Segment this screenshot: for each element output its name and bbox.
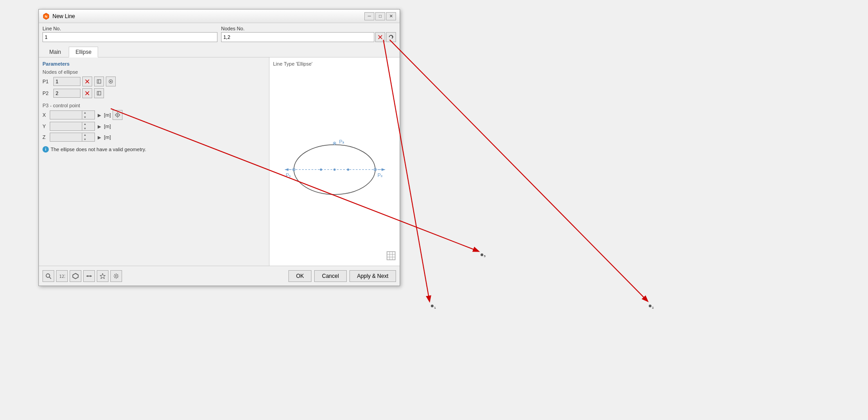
info-message: i The ellipse does not have a valid geom… — [42, 146, 265, 153]
nodes-reset-button[interactable] — [386, 32, 396, 42]
point3-label: ₃ — [484, 253, 486, 258]
tab-ellipse[interactable]: Ellipse — [69, 47, 98, 57]
number-toolbar-button[interactable]: 123 — [56, 270, 68, 282]
close-button[interactable]: ✕ — [386, 12, 396, 20]
y-spin: ▲ ▼ — [82, 122, 88, 131]
nodes-no-group: Nodes No. — [221, 26, 396, 42]
settings-toolbar-button[interactable] — [110, 270, 122, 282]
dialog-icon: N — [42, 13, 50, 20]
svg-point-27 — [334, 168, 336, 171]
y-unit: [m] — [104, 124, 111, 129]
z-input[interactable] — [50, 134, 82, 141]
p1-label: P1 — [42, 79, 52, 84]
line-no-group: Line No. — [42, 26, 217, 42]
z-arrow[interactable]: ▶ — [97, 135, 102, 140]
svg-point-30 — [334, 143, 335, 144]
nodes-no-row — [221, 32, 396, 42]
toolbar-left: 123 — [42, 270, 122, 282]
svg-text:P₁: P₁ — [286, 172, 291, 178]
p1-select-button[interactable] — [106, 76, 116, 86]
svg-point-33 — [293, 169, 295, 170]
svg-rect-12 — [97, 91, 101, 95]
x-spin-down[interactable]: ▼ — [82, 115, 88, 119]
bottom-toolbar: 123 — [39, 266, 400, 286]
tab-bar: Main Ellipse — [39, 45, 400, 57]
panel-area: Parameters Nodes of ellipse P1 — [39, 57, 400, 266]
svg-marker-50 — [100, 273, 105, 279]
svg-point-15 — [117, 115, 118, 116]
svg-rect-6 — [97, 80, 101, 83]
svg-point-9 — [110, 81, 112, 82]
line-no-label: Line No. — [42, 26, 217, 31]
x-unit: [m] — [104, 112, 111, 118]
z-input-wrap: ▲ ▼ — [50, 133, 95, 142]
z-spin-up[interactable]: ▲ — [82, 133, 88, 137]
svg-text:123: 123 — [59, 274, 65, 279]
z-spin: ▲ ▼ — [82, 133, 88, 142]
new-line-dialog: N New Line ─ □ ✕ Line No. Nodes No. — [38, 9, 400, 286]
x-label: X — [42, 112, 48, 118]
line-no-input[interactable] — [42, 32, 217, 42]
top-fields: Line No. Nodes No. — [39, 23, 400, 45]
x-arrow[interactable]: ▶ — [97, 113, 102, 118]
svg-rect-38 — [387, 252, 395, 260]
nodes-clear-button[interactable] — [375, 32, 385, 42]
minimize-button[interactable]: ─ — [364, 12, 374, 20]
z-coord-row: Z ▲ ▼ ▶ [m] — [42, 133, 265, 142]
arrow-toolbar-button[interactable] — [83, 270, 95, 282]
svg-text:N: N — [45, 14, 47, 19]
arrow-to-point2 — [390, 40, 647, 301]
p2-pick-button[interactable] — [82, 88, 92, 98]
parameters-title: Parameters — [42, 61, 265, 67]
nodes-no-input[interactable] — [221, 32, 374, 42]
svg-point-36 — [375, 169, 376, 170]
toolbar-right: OK Cancel Apply & Next — [288, 270, 396, 282]
point1-label: ₁ — [434, 304, 436, 310]
svg-point-43 — [46, 274, 50, 277]
svg-text:P₃: P₃ — [339, 139, 344, 144]
nodes-no-label: Nodes No. — [221, 26, 396, 31]
svg-point-28 — [347, 168, 349, 171]
dialog-title: New Line — [52, 13, 75, 19]
tab-main[interactable]: Main — [42, 47, 68, 57]
z-unit: [m] — [104, 134, 111, 140]
svg-marker-25 — [382, 168, 385, 171]
x-coord-row: X ▲ ▼ ▶ [m] — [42, 110, 265, 120]
search-toolbar-button[interactable] — [42, 270, 54, 282]
x-pick-button[interactable] — [113, 110, 123, 120]
left-panel: Parameters Nodes of ellipse P1 — [39, 57, 269, 266]
svg-point-51 — [115, 275, 118, 277]
svg-point-26 — [320, 168, 322, 171]
svg-marker-49 — [86, 275, 88, 277]
maximize-button[interactable]: □ — [375, 12, 385, 20]
apply-next-button[interactable]: Apply & Next — [349, 270, 396, 282]
info-icon: i — [42, 146, 49, 153]
star-toolbar-button[interactable] — [97, 270, 108, 282]
y-input-wrap: ▲ ▼ — [50, 122, 95, 131]
title-controls: ─ □ ✕ — [364, 12, 396, 20]
y-spin-down[interactable]: ▼ — [82, 126, 88, 131]
p1-pick-button[interactable] — [82, 76, 92, 86]
y-input[interactable] — [50, 123, 82, 130]
p1-edit-button[interactable] — [94, 76, 104, 86]
x-spin: ▲ ▼ — [82, 110, 88, 119]
p1-input[interactable] — [53, 77, 80, 86]
p2-label: P2 — [42, 91, 52, 96]
y-arrow[interactable]: ▶ — [97, 124, 102, 129]
control-point-label: P3 - control point — [42, 103, 265, 108]
p2-edit-button[interactable] — [94, 88, 104, 98]
right-panel: Line Type 'Ellipse' — [269, 57, 400, 266]
title-bar: N New Line ─ □ ✕ — [39, 10, 400, 23]
x-spin-up[interactable]: ▲ — [82, 110, 88, 115]
y-coord-row: Y ▲ ▼ ▶ [m] — [42, 122, 265, 131]
z-spin-down[interactable]: ▼ — [82, 137, 88, 142]
y-spin-up[interactable]: ▲ — [82, 122, 88, 126]
svg-point-55 — [481, 253, 483, 256]
point2-label: ₂ — [652, 304, 654, 310]
p2-input[interactable] — [53, 89, 80, 98]
x-input[interactable] — [50, 111, 82, 119]
shape-toolbar-button[interactable] — [70, 270, 81, 282]
ok-button[interactable]: OK — [288, 270, 311, 282]
cancel-button[interactable]: Cancel — [314, 270, 346, 282]
p1-row: P1 — [42, 76, 265, 86]
